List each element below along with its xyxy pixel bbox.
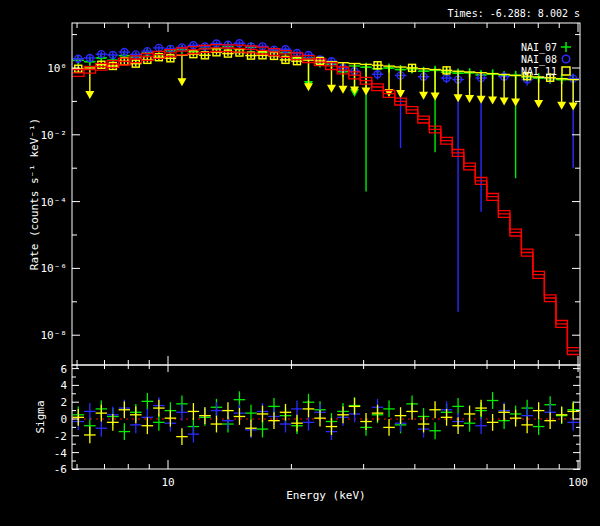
sigma-tick-label: 2 xyxy=(60,396,67,409)
series-NAI_08 xyxy=(73,40,579,312)
upper-limit-arrowhead xyxy=(454,94,463,102)
main-panel-data xyxy=(73,40,579,355)
sigma-series-NAI_08 xyxy=(73,397,579,442)
upper-limit-arrowhead xyxy=(304,83,313,91)
model-lines xyxy=(73,45,579,355)
sigma-tick-label: 4 xyxy=(60,379,67,392)
y-tick-label: 10⁻² xyxy=(41,129,68,142)
sigma-tick-label: -6 xyxy=(54,463,67,476)
model-step-NAI_08 xyxy=(73,45,579,348)
legend-circle-icon xyxy=(562,55,570,63)
upper-limit-arrowhead xyxy=(511,98,520,106)
upper-limit-arrowhead xyxy=(85,91,94,99)
sigma-tick-label: 6 xyxy=(60,363,67,376)
x-tick-label: 10 xyxy=(161,476,174,489)
legend: NAI_07 NAI_08 NAI_11 xyxy=(521,42,571,78)
upper-limit-arrowhead xyxy=(362,87,371,95)
y-tick-label: 10⁻⁴ xyxy=(41,196,68,209)
upper-limit-arrowhead xyxy=(431,93,440,101)
y-tick-label: 10⁻⁸ xyxy=(41,329,68,342)
spectrum-plot: 1010010⁰10⁻²10⁻⁴10⁻⁶10⁻⁸6420-2-4-6 Times… xyxy=(0,0,600,526)
upper-limit-arrowhead xyxy=(488,97,497,105)
y-tick-label: 10⁻⁶ xyxy=(41,262,68,275)
upper-limit-arrowhead xyxy=(327,85,336,93)
model-step-NAI_11 xyxy=(73,52,579,355)
sigma-panel-data xyxy=(72,391,580,445)
upper-limit-arrowhead xyxy=(465,95,474,103)
upper-limit-arrowhead xyxy=(557,102,566,110)
sigma-series-NAI_07 xyxy=(73,391,579,440)
legend-markers xyxy=(561,42,571,75)
upper-limit-arrowhead xyxy=(177,78,186,86)
legend-square-icon xyxy=(562,67,570,75)
x-tick-label: 100 xyxy=(568,476,588,489)
y-axis-label: Rate (counts s⁻¹ keV⁻¹) xyxy=(28,118,41,270)
upper-limit-arrowhead xyxy=(396,90,405,98)
upper-limit-arrowhead xyxy=(339,86,348,94)
axis-tick-labels: 1010010⁰10⁻²10⁻⁴10⁻⁶10⁻⁸6420-2-4-6 xyxy=(41,62,588,489)
upper-limit-arrowhead xyxy=(500,97,509,105)
sigma-tick-label: -4 xyxy=(54,447,68,460)
sigma-series-NAI_11 xyxy=(73,398,579,445)
sigma-axis-label: Sigma xyxy=(34,400,47,433)
model-step-NAI_07 xyxy=(73,48,579,351)
upper-limit-arrowhead xyxy=(534,100,543,108)
y-tick-label: 10⁰ xyxy=(47,62,67,75)
upper-limit-arrowhead xyxy=(419,92,428,100)
sigma-tick-label: 0 xyxy=(60,413,67,426)
x-axis-label: Energy (keV) xyxy=(286,489,365,502)
upper-limit-arrowhead xyxy=(569,103,578,111)
legend-label-nai07: NAI_07 xyxy=(521,42,557,54)
legend-label-nai11: NAI_11 xyxy=(521,66,557,78)
legend-label-nai08: NAI_08 xyxy=(521,54,557,66)
times-label: Times: -6.288: 8.002 s xyxy=(448,8,580,19)
upper-limit-arrowhead xyxy=(477,96,486,104)
sigma-tick-label: -2 xyxy=(54,430,67,443)
plot-window: 1010010⁰10⁻²10⁻⁴10⁻⁶10⁻⁸6420-2-4-6 Times… xyxy=(0,0,600,526)
